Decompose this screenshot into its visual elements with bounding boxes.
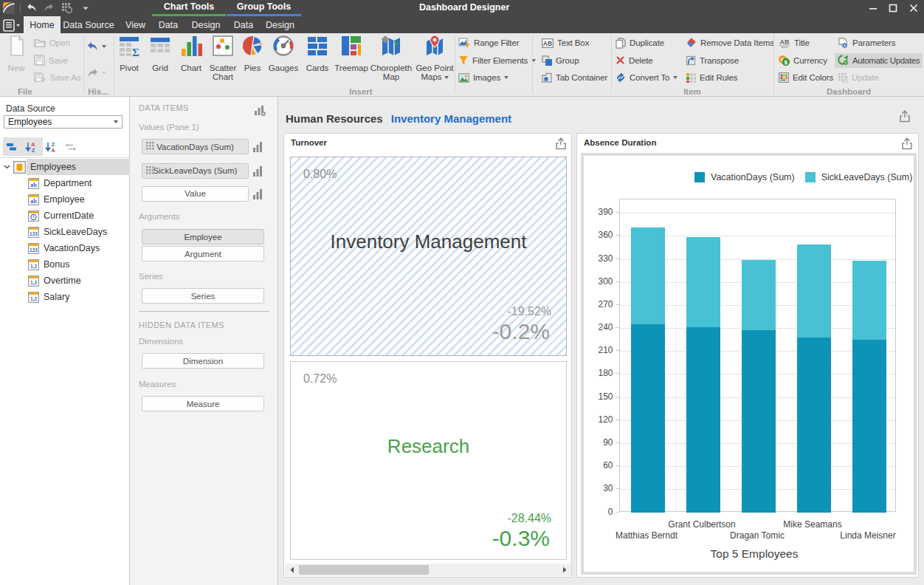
convert-to-button[interactable]: Convert To <box>616 70 678 85</box>
horizontal-scrollbar[interactable] <box>285 564 571 576</box>
tree-field-bonus[interactable]: 1,2Bonus <box>0 256 130 273</box>
turnover-item[interactable]: Turnover 0.80% Inventory Management -19.… <box>283 133 572 578</box>
redo-button[interactable] <box>87 66 106 81</box>
data-source-dropdown-icon[interactable] <box>110 116 122 128</box>
tree-field-currentdate[interactable]: CurrentDate <box>0 208 130 224</box>
update-button[interactable]: Update <box>838 70 878 85</box>
parameters-button[interactable]: Parameters <box>838 35 895 50</box>
chip-series-placeholder[interactable]: Series <box>142 288 264 304</box>
save-as-button[interactable]: Save As <box>34 70 81 85</box>
chip-options-icon[interactable] <box>253 165 263 177</box>
images-button[interactable]: Images <box>458 70 508 85</box>
tab-group-design[interactable]: Design <box>258 16 303 33</box>
quick-access-dropdown-icon[interactable] <box>83 7 89 10</box>
swap-button[interactable] <box>63 139 79 154</box>
close-button[interactable] <box>903 0 924 16</box>
tab-group-data[interactable]: Data <box>230 16 258 33</box>
ribbon: New Open Save Save As File His... ΣPivot… <box>0 33 924 97</box>
scroll-left-icon[interactable] <box>288 566 296 574</box>
card-research[interactable]: 0.72% Research -28.44% -0.3% <box>290 361 567 560</box>
text-box-label: Text Box <box>557 38 589 47</box>
filter-elements-button[interactable]: Filter Elements <box>458 53 536 68</box>
tab-chart-data[interactable]: Data <box>154 16 182 33</box>
sort-descending-button[interactable]: ZA <box>43 139 59 154</box>
bar-segment-sickleave[interactable] <box>742 260 776 330</box>
remove-data-items-button[interactable]: Remove Data Items <box>686 35 774 50</box>
save-button[interactable]: Save <box>34 53 68 68</box>
edit-rules-button[interactable]: Edit Rules <box>686 70 737 85</box>
chip-sickleavedays-sum[interactable]: SickLeaveDays (Sum) <box>142 163 249 179</box>
application-menu-button[interactable] <box>3 18 24 32</box>
data-source-select[interactable]: Employees <box>4 115 123 129</box>
new-button[interactable]: New <box>0 35 38 73</box>
tree-field-department[interactable]: abDepartment <box>0 175 130 191</box>
dashboard-export-icon[interactable] <box>899 110 911 123</box>
group-button[interactable]: Group <box>542 53 579 68</box>
bar-segment-vacation[interactable] <box>742 330 776 513</box>
duplicate-label: Duplicate <box>630 38 664 47</box>
chip-employee[interactable]: Employee <box>142 229 264 244</box>
bar-segment-sickleave[interactable] <box>686 237 720 327</box>
tab-container-button[interactable]: Tab Container <box>542 70 607 85</box>
range-filter-icon <box>458 38 470 49</box>
redo-dropdown-icon[interactable] <box>102 72 106 75</box>
chip-dimension-placeholder[interactable]: Dimension <box>142 353 264 369</box>
text-box-button[interactable]: AB Text Box <box>542 35 589 50</box>
contextual-group-chart-tools[interactable]: Chart Tools <box>152 0 226 16</box>
automatic-updates-button[interactable]: Automatic Updates <box>835 53 923 68</box>
tab-view[interactable]: View <box>117 16 154 33</box>
tick-mark <box>616 397 619 397</box>
quick-redo-icon[interactable] <box>44 3 54 13</box>
absence-duration-item[interactable]: Absence Duration VacationDays (Sum)SickL… <box>576 133 919 578</box>
title-button[interactable]: AB Title <box>779 35 810 50</box>
chip-value-placeholder[interactable]: Value <box>142 186 249 202</box>
bar-segment-vacation[interactable] <box>631 324 665 513</box>
transpose-button[interactable]: Transpose <box>686 53 739 68</box>
delete-button[interactable]: Delete <box>616 53 653 68</box>
open-button[interactable]: Open <box>34 35 70 50</box>
bar-segment-sickleave[interactable] <box>852 261 886 340</box>
bar-segment-sickleave[interactable] <box>797 244 831 338</box>
currency-button[interactable]: €$ Currency <box>779 53 827 68</box>
undo-dropdown-icon[interactable] <box>102 45 106 48</box>
chip-options-icon[interactable] <box>253 188 263 199</box>
treemap-button[interactable]: Treemap <box>330 35 373 73</box>
bar-segment-vacation[interactable] <box>852 340 886 513</box>
quick-automatic-updates-icon[interactable] <box>61 2 72 13</box>
tree-field-salary[interactable]: 1,2Salary <box>0 289 130 305</box>
chip-argument-placeholder[interactable]: Argument <box>142 246 264 261</box>
range-filter-button[interactable]: Range Filter <box>458 35 519 50</box>
bar-segment-vacation[interactable] <box>686 327 720 513</box>
tree-field-sickleavedays[interactable]: 123SickLeaveDays <box>0 224 130 240</box>
chip-options-icon[interactable] <box>253 141 263 152</box>
quick-undo-icon[interactable] <box>27 3 37 13</box>
bar-segment-vacation[interactable] <box>797 338 831 513</box>
scroll-right-icon[interactable] <box>560 566 568 574</box>
duplicate-button[interactable]: Duplicate <box>616 35 664 50</box>
undo-button[interactable] <box>87 39 106 54</box>
tree-field-vacationdays[interactable]: 123VacationDays <box>0 240 130 256</box>
turnover-export-icon[interactable] <box>554 137 567 150</box>
chip-vacationdays-sum[interactable]: VacationDays (Sum) <box>142 139 249 154</box>
tree-field-employee[interactable]: abEmployee <box>0 191 130 208</box>
tab-data-source[interactable]: Data Source <box>61 16 117 33</box>
chip-measure-placeholder[interactable]: Measure <box>142 396 264 411</box>
tree-field-overtime[interactable]: 1,2Overtime <box>0 273 130 289</box>
card-inventory-management[interactable]: 0.80% Inventory Management -19.52% -0.2% <box>290 157 567 356</box>
chart-type-icon[interactable] <box>254 105 266 116</box>
geo-point-maps-button[interactable]: Geo Point Maps <box>413 35 456 81</box>
minimize-button[interactable] <box>863 0 883 16</box>
tab-chart-design[interactable]: Design <box>182 16 230 33</box>
sort-ascending-button[interactable]: AZ <box>23 139 39 154</box>
tab-home[interactable]: Home <box>24 16 61 33</box>
scrollbar-thumb[interactable] <box>299 565 429 575</box>
tree-node-employees[interactable]: Employees <box>0 159 130 175</box>
choropleth-map-button[interactable]: Choropleth Map <box>370 35 413 81</box>
bar-segment-sickleave[interactable] <box>631 228 665 324</box>
absence-export-icon[interactable] <box>900 137 913 150</box>
edit-colors-button[interactable]: Edit Colors <box>779 70 833 85</box>
expander-icon[interactable] <box>4 165 10 169</box>
contextual-group-group-tools[interactable]: Group Tools <box>227 0 301 16</box>
maximize-button[interactable] <box>883 0 903 16</box>
field-grouping-button[interactable] <box>4 139 20 154</box>
